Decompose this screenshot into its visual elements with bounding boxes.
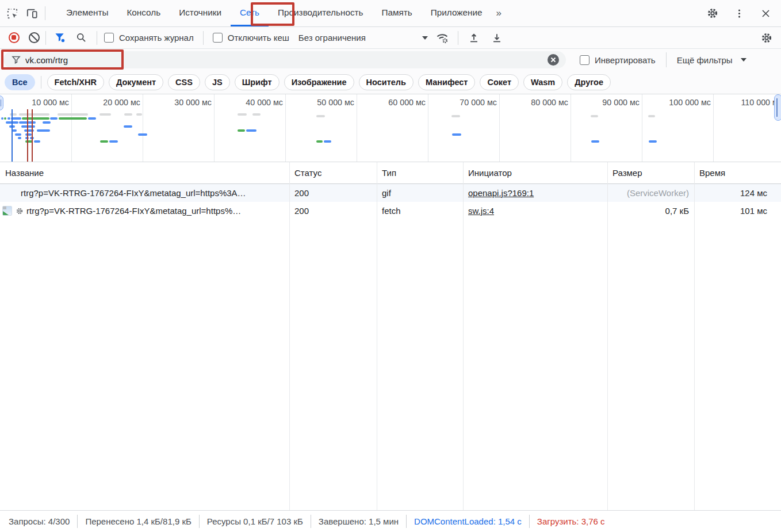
filter-chip-manifest[interactable]: Манифест	[418, 74, 476, 90]
filter-chip-other[interactable]: Другое	[567, 74, 611, 90]
inspect-element-icon[interactable]	[2, 3, 22, 23]
status-summary-item[interactable]: Загрузить: 3,76 с	[530, 515, 612, 528]
more-filters-label[interactable]: Ещё фильтры	[677, 55, 733, 65]
initiator-link[interactable]: sw.js:4	[468, 206, 494, 216]
invert-filter-checkbox[interactable]	[580, 55, 589, 65]
column-header-time[interactable]: Время	[694, 168, 781, 178]
disable-cache-checkbox[interactable]	[213, 33, 223, 43]
waterfall-bar	[238, 113, 247, 116]
timeline-tick-label: 80 000 мс	[505, 98, 568, 107]
waterfall-bar	[34, 140, 40, 143]
waterfall-bar	[649, 140, 657, 143]
network-status-bar: Запросы: 4/300Перенесено 1,4 кБ/81,9 кБР…	[0, 510, 781, 532]
filter-chip-font[interactable]: Шрифт	[235, 74, 280, 90]
time-cell: 124 мс	[694, 188, 781, 198]
waterfall-bar	[124, 125, 132, 128]
table-row[interactable]: rtrg?p=VK-RTRG-1767264-FIxY&metatag_url=…	[0, 184, 781, 202]
invert-filter-label: Инвертировать	[595, 55, 656, 65]
waterfall-bar	[451, 115, 460, 117]
timeline-tick-label: 30 000 мс	[148, 98, 212, 107]
waterfall-bar	[88, 117, 96, 120]
timeline-gridline	[214, 94, 215, 162]
chevron-down-icon	[741, 58, 746, 64]
tab-application[interactable]: Приложение	[422, 0, 492, 26]
timeline-tick-label: 110 000 мс	[719, 98, 781, 107]
request-name-cell[interactable]: rtrg?p=VK-RTRG-1767264-FIxY&metatag_url=…	[0, 188, 289, 198]
request-name-cell[interactable]: rtrg?p=VK-RTRG-1767264-FIxY&metatag_url=…	[0, 206, 289, 216]
clear-filter-icon[interactable]	[548, 54, 559, 66]
network-overview-timeline[interactable]: 10 000 мс20 000 мс30 000 мс40 000 мс50 0…	[0, 94, 781, 162]
close-devtools-icon[interactable]	[756, 3, 775, 23]
tab-memory[interactable]: Память	[373, 0, 422, 26]
filter-chip-css[interactable]: CSS	[168, 74, 200, 90]
filter-input[interactable]	[25, 55, 566, 65]
devtools-window: ЭлементыКонсольИсточникиСетьПроизводител…	[0, 0, 781, 532]
waterfall-bar	[591, 140, 599, 143]
record-network-log-button[interactable]	[9, 32, 20, 43]
overview-window-handle-right[interactable]	[774, 94, 781, 121]
divider	[203, 31, 204, 45]
waterfall-bar	[59, 117, 87, 120]
status-summary-item: Запросы: 4/300	[1, 515, 78, 528]
waterfall-bar	[25, 133, 32, 136]
status-summary-item[interactable]: DOMContentLoaded: 1,54 с	[407, 515, 530, 528]
import-har-icon[interactable]	[464, 28, 484, 48]
more-panels-chevron-icon[interactable]: »	[492, 7, 505, 19]
filter-chip-socket[interactable]: Сокет	[480, 74, 519, 90]
tab-sources[interactable]: Источники	[170, 0, 231, 26]
table-row[interactable]: rtrg?p=VK-RTRG-1767264-FIxY&metatag_url=…	[0, 202, 781, 220]
clear-network-log-button[interactable]	[29, 32, 40, 43]
table-header-row: Название Статус Тип Инициатор Размер Вре…	[0, 162, 781, 184]
time-cell: 101 мс	[694, 206, 781, 216]
waterfall-bar	[12, 129, 17, 132]
tab-network[interactable]: Сеть	[231, 0, 269, 26]
timeline-gridline	[71, 94, 72, 162]
status-summary-item: Завершено: 1,5 мин	[311, 515, 407, 528]
timeline-tick-label: 40 000 мс	[220, 98, 283, 107]
column-header-status[interactable]: Статус	[289, 168, 377, 178]
divider	[666, 52, 667, 67]
waterfall-bar	[238, 129, 245, 132]
filter-funnel-icon[interactable]	[52, 28, 68, 48]
waterfall-bar	[648, 115, 655, 117]
network-settings-gear-icon[interactable]	[757, 28, 776, 48]
network-conditions-icon[interactable]	[432, 28, 452, 48]
device-toolbar-icon[interactable]	[22, 3, 41, 23]
column-header-initiator[interactable]: Инициатор	[463, 168, 607, 178]
waterfall-bar	[124, 113, 132, 116]
preserve-log-checkbox[interactable]	[104, 33, 114, 43]
waterfall-bar	[136, 113, 142, 116]
initiator-link[interactable]: openapi.js?169:1	[468, 188, 534, 198]
tab-console[interactable]: Консоль	[117, 0, 170, 26]
disable-cache-label: Отключить кеш	[228, 33, 289, 43]
throttling-select[interactable]: Без ограничения	[298, 33, 428, 43]
filter-chip-document[interactable]: Документ	[109, 74, 163, 90]
filter-chip-image[interactable]: Изображение	[284, 74, 354, 90]
settings-gear-icon[interactable]	[703, 3, 722, 23]
search-icon[interactable]	[72, 28, 90, 48]
timeline-gridline	[357, 94, 357, 162]
requests-table: Название Статус Тип Инициатор Размер Вре…	[0, 162, 781, 510]
column-header-name[interactable]: Название	[0, 168, 289, 178]
timeline-tick-label: 50 000 мс	[291, 98, 354, 107]
overview-window-handle-left[interactable]	[0, 95, 3, 110]
column-header-type[interactable]: Тип	[377, 168, 463, 178]
column-header-size[interactable]: Размер	[607, 168, 694, 178]
initiator-cell: openapi.js?169:1	[463, 188, 607, 198]
waterfall-bar	[10, 113, 17, 116]
timeline-tick-label: 20 000 мс	[77, 98, 140, 107]
filter-chip-all[interactable]: Все	[5, 74, 35, 90]
status-summary-item: Ресурсы 0,1 кБ/7 103 кБ	[200, 515, 311, 528]
export-har-icon[interactable]	[487, 28, 507, 48]
waterfall-bar	[138, 133, 147, 136]
filter-chip-media[interactable]: Носитель	[359, 74, 414, 90]
tab-performance[interactable]: Производительность	[269, 0, 372, 26]
kebab-menu-icon[interactable]	[729, 3, 749, 23]
filter-chip-fetch-xhr[interactable]: Fetch/XHR	[47, 74, 104, 90]
filter-chip-wasm[interactable]: Wasm	[523, 74, 562, 90]
waterfall-bar	[1, 117, 3, 120]
waterfall-bar	[37, 129, 50, 132]
filter-chip-js[interactable]: JS	[205, 74, 230, 90]
throttling-value: Без ограничения	[298, 33, 366, 43]
tab-elements[interactable]: Элементы	[57, 0, 117, 26]
